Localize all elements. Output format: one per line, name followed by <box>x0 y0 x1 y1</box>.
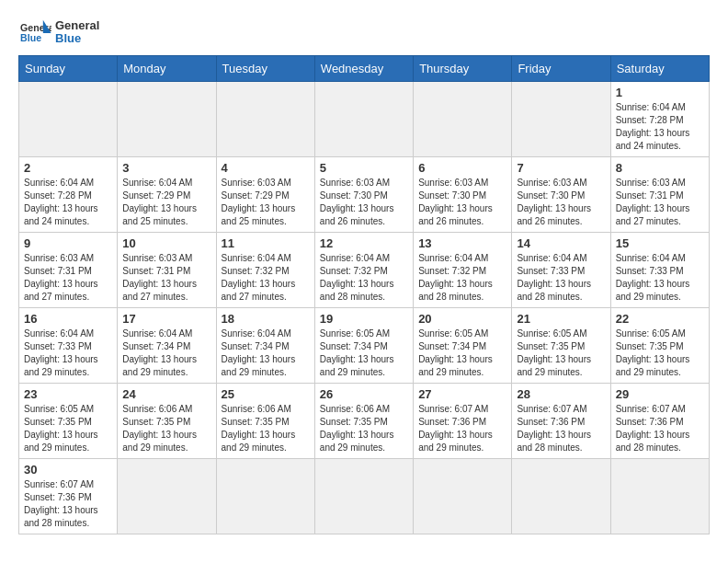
day-number: 23 <box>24 387 112 401</box>
day-number: 22 <box>616 312 704 326</box>
day-number: 29 <box>616 387 704 401</box>
calendar-cell: 22Sunrise: 6:05 AM Sunset: 7:35 PM Dayli… <box>610 308 709 384</box>
day-number: 4 <box>222 161 310 175</box>
calendar-cell: 20Sunrise: 6:05 AM Sunset: 7:34 PM Dayli… <box>414 308 512 384</box>
calendar-cell: 24Sunrise: 6:06 AM Sunset: 7:35 PM Dayli… <box>118 384 216 459</box>
day-info: Sunrise: 6:03 AM Sunset: 7:30 PM Dayligh… <box>418 177 506 228</box>
day-info: Sunrise: 6:04 AM Sunset: 7:33 PM Dayligh… <box>517 252 605 304</box>
calendar-header-row: SundayMondayTuesdayWednesdayThursdayFrid… <box>19 56 710 82</box>
day-number: 1 <box>616 86 704 99</box>
calendar-cell <box>610 459 709 534</box>
calendar-cell <box>216 82 314 157</box>
calendar-week-6: 30Sunrise: 6:07 AM Sunset: 7:36 PM Dayli… <box>19 459 710 534</box>
calendar-cell: 23Sunrise: 6:05 AM Sunset: 7:35 PM Dayli… <box>19 384 118 459</box>
calendar-cell: 29Sunrise: 6:07 AM Sunset: 7:36 PM Dayli… <box>610 384 709 459</box>
svg-text:Blue: Blue <box>20 32 41 43</box>
day-number: 11 <box>222 236 310 250</box>
calendar-cell <box>512 459 610 534</box>
calendar-cell <box>118 82 216 157</box>
day-info: Sunrise: 6:04 AM Sunset: 7:33 PM Dayligh… <box>616 252 704 304</box>
logo-blue-text: Blue <box>55 31 81 45</box>
day-header-monday: Monday <box>118 56 216 82</box>
calendar-week-3: 9Sunrise: 6:03 AM Sunset: 7:31 PM Daylig… <box>19 233 710 308</box>
day-info: Sunrise: 6:07 AM Sunset: 7:36 PM Dayligh… <box>418 403 506 454</box>
calendar-cell <box>512 82 610 157</box>
calendar-cell: 9Sunrise: 6:03 AM Sunset: 7:31 PM Daylig… <box>19 233 118 308</box>
day-info: Sunrise: 6:04 AM Sunset: 7:32 PM Dayligh… <box>222 252 310 304</box>
calendar-cell: 2Sunrise: 6:04 AM Sunset: 7:28 PM Daylig… <box>19 157 118 233</box>
calendar-cell: 25Sunrise: 6:06 AM Sunset: 7:35 PM Dayli… <box>216 384 314 459</box>
day-header-sunday: Sunday <box>19 56 118 82</box>
day-number: 7 <box>517 161 605 175</box>
day-number: 5 <box>320 161 408 175</box>
day-info: Sunrise: 6:03 AM Sunset: 7:29 PM Dayligh… <box>222 177 310 228</box>
calendar-cell: 13Sunrise: 6:04 AM Sunset: 7:32 PM Dayli… <box>414 233 512 308</box>
day-number: 18 <box>222 312 310 326</box>
day-info: Sunrise: 6:05 AM Sunset: 7:34 PM Dayligh… <box>320 327 408 379</box>
day-number: 28 <box>517 387 605 401</box>
day-info: Sunrise: 6:06 AM Sunset: 7:35 PM Dayligh… <box>320 403 408 454</box>
day-info: Sunrise: 6:05 AM Sunset: 7:35 PM Dayligh… <box>517 327 605 379</box>
calendar-cell: 28Sunrise: 6:07 AM Sunset: 7:36 PM Dayli… <box>512 384 610 459</box>
day-info: Sunrise: 6:04 AM Sunset: 7:28 PM Dayligh… <box>616 101 704 153</box>
day-info: Sunrise: 6:04 AM Sunset: 7:29 PM Dayligh… <box>122 177 210 228</box>
day-number: 17 <box>122 312 210 326</box>
day-info: Sunrise: 6:06 AM Sunset: 7:35 PM Dayligh… <box>222 403 310 454</box>
day-number: 25 <box>222 387 310 401</box>
day-info: Sunrise: 6:06 AM Sunset: 7:35 PM Dayligh… <box>122 403 210 454</box>
calendar-cell: 15Sunrise: 6:04 AM Sunset: 7:33 PM Dayli… <box>610 233 709 308</box>
calendar-cell: 1Sunrise: 6:04 AM Sunset: 7:28 PM Daylig… <box>610 82 709 157</box>
calendar-cell: 3Sunrise: 6:04 AM Sunset: 7:29 PM Daylig… <box>118 157 216 233</box>
calendar-cell: 17Sunrise: 6:04 AM Sunset: 7:34 PM Dayli… <box>118 308 216 384</box>
calendar-cell: 27Sunrise: 6:07 AM Sunset: 7:36 PM Dayli… <box>414 384 512 459</box>
day-number: 13 <box>418 236 506 250</box>
calendar-cell: 14Sunrise: 6:04 AM Sunset: 7:33 PM Dayli… <box>512 233 610 308</box>
calendar-cell: 19Sunrise: 6:05 AM Sunset: 7:34 PM Dayli… <box>314 308 413 384</box>
calendar-cell: 11Sunrise: 6:04 AM Sunset: 7:32 PM Dayli… <box>216 233 314 308</box>
day-number: 9 <box>24 236 112 250</box>
day-number: 16 <box>24 312 112 326</box>
day-header-thursday: Thursday <box>414 56 512 82</box>
day-number: 6 <box>418 161 506 175</box>
day-header-friday: Friday <box>512 56 610 82</box>
calendar: SundayMondayTuesdayWednesdayThursdayFrid… <box>18 55 710 534</box>
calendar-cell: 30Sunrise: 6:07 AM Sunset: 7:36 PM Dayli… <box>19 459 118 534</box>
day-number: 3 <box>122 161 210 175</box>
day-number: 26 <box>320 387 408 401</box>
calendar-week-1: 1Sunrise: 6:04 AM Sunset: 7:28 PM Daylig… <box>19 82 710 157</box>
day-number: 15 <box>616 236 704 250</box>
calendar-cell: 26Sunrise: 6:06 AM Sunset: 7:35 PM Dayli… <box>314 384 413 459</box>
calendar-cell <box>314 82 413 157</box>
day-number: 20 <box>418 312 506 326</box>
calendar-week-4: 16Sunrise: 6:04 AM Sunset: 7:33 PM Dayli… <box>19 308 710 384</box>
calendar-cell: 12Sunrise: 6:04 AM Sunset: 7:32 PM Dayli… <box>314 233 413 308</box>
day-number: 19 <box>320 312 408 326</box>
calendar-cell <box>414 82 512 157</box>
calendar-cell: 8Sunrise: 6:03 AM Sunset: 7:31 PM Daylig… <box>610 157 709 233</box>
logo-general-text: General <box>55 18 99 32</box>
day-info: Sunrise: 6:03 AM Sunset: 7:31 PM Dayligh… <box>122 252 210 304</box>
day-info: Sunrise: 6:05 AM Sunset: 7:34 PM Dayligh… <box>418 327 506 379</box>
day-number: 30 <box>24 463 112 477</box>
calendar-week-2: 2Sunrise: 6:04 AM Sunset: 7:28 PM Daylig… <box>19 157 710 233</box>
day-info: Sunrise: 6:05 AM Sunset: 7:35 PM Dayligh… <box>616 327 704 379</box>
calendar-cell <box>314 459 413 534</box>
day-number: 21 <box>517 312 605 326</box>
calendar-cell: 16Sunrise: 6:04 AM Sunset: 7:33 PM Dayli… <box>19 308 118 384</box>
day-header-tuesday: Tuesday <box>216 56 314 82</box>
calendar-cell: 6Sunrise: 6:03 AM Sunset: 7:30 PM Daylig… <box>414 157 512 233</box>
day-info: Sunrise: 6:04 AM Sunset: 7:34 PM Dayligh… <box>122 327 210 379</box>
day-info: Sunrise: 6:03 AM Sunset: 7:31 PM Dayligh… <box>24 252 112 304</box>
day-info: Sunrise: 6:04 AM Sunset: 7:32 PM Dayligh… <box>418 252 506 304</box>
day-number: 8 <box>616 161 704 175</box>
day-info: Sunrise: 6:04 AM Sunset: 7:34 PM Dayligh… <box>222 327 310 379</box>
day-info: Sunrise: 6:04 AM Sunset: 7:28 PM Dayligh… <box>24 177 112 228</box>
day-number: 27 <box>418 387 506 401</box>
calendar-cell: 18Sunrise: 6:04 AM Sunset: 7:34 PM Dayli… <box>216 308 314 384</box>
calendar-cell <box>19 82 118 157</box>
day-number: 2 <box>24 161 112 175</box>
day-info: Sunrise: 6:03 AM Sunset: 7:30 PM Dayligh… <box>517 177 605 228</box>
day-info: Sunrise: 6:07 AM Sunset: 7:36 PM Dayligh… <box>24 478 112 530</box>
day-header-wednesday: Wednesday <box>314 56 413 82</box>
logo: General Blue General Blue <box>18 18 99 46</box>
